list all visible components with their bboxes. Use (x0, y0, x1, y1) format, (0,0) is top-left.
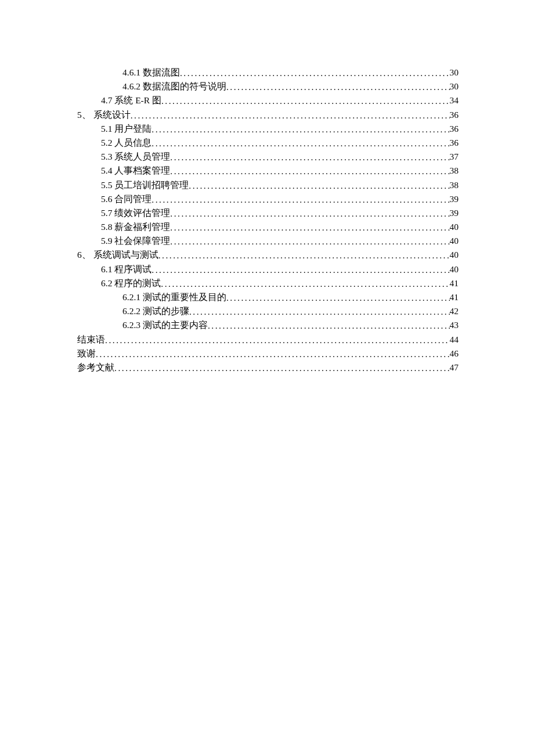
toc-leader-dots (161, 277, 449, 291)
toc-entry-page: 36 (450, 108, 459, 122)
toc-entry-label: 6.1 程序调试 (101, 262, 151, 276)
toc-entry-page: 30 (450, 80, 459, 93)
toc-entry-page: 40 (450, 234, 459, 248)
toc-entry-page: 40 (450, 262, 459, 276)
toc-leader-dots (170, 207, 449, 221)
toc-entry-label: 4.6.1 数据流图 (122, 66, 180, 80)
toc-entry: 5.1 用户登陆36 (77, 122, 459, 136)
toc-entry: 5.8 薪金福利管理40 (77, 220, 459, 234)
toc-entry-label: 6.2.2 测试的步骤 (122, 304, 189, 318)
toc-entry-page: 47 (450, 361, 459, 375)
toc-leader-dots (158, 249, 450, 262)
toc-leader-dots (131, 109, 450, 123)
toc-entry: 6.1 程序调试40 (77, 262, 459, 276)
toc-leader-dots (170, 235, 449, 249)
toc-entry-label: 结束语 (77, 333, 105, 347)
toc-entry-label: 5.4 人事档案管理 (101, 164, 170, 178)
toc-entry-label: 参考文献 (77, 361, 114, 375)
toc-entry: 5.2 人员信息36 (77, 136, 459, 150)
toc-entry: 6、 系统调试与测试40 (77, 248, 459, 262)
toc-entry: 5.7 绩效评估管理39 (77, 206, 459, 220)
toc-entry-page: 42 (450, 304, 459, 318)
toc-entry-label: 致谢 (77, 347, 96, 361)
toc-entry-label: 5.2 人员信息 (101, 136, 151, 150)
toc-entry-page: 37 (450, 150, 459, 164)
toc-leader-dots (208, 319, 450, 333)
toc-leader-dots (226, 291, 450, 305)
toc-entry: 致谢46 (77, 347, 459, 361)
toc-entry-page: 43 (450, 318, 459, 332)
toc-entry: 参考文献47 (77, 361, 459, 375)
toc-entry-page: 38 (450, 164, 459, 178)
toc-leader-dots (151, 193, 449, 207)
toc-entry-page: 41 (450, 290, 459, 304)
toc-leader-dots (226, 80, 450, 94)
toc-entry-page: 40 (450, 220, 459, 234)
toc-leader-dots (189, 305, 450, 319)
toc-entry-label: 6.2.1 测试的重要性及目的 (122, 290, 226, 304)
toc-leader-dots (151, 136, 449, 150)
toc-entry-label: 4.6.2 数据流图的符号说明 (122, 80, 226, 93)
toc-leader-dots (170, 221, 449, 235)
toc-entry: 结束语44 (77, 333, 459, 347)
toc-entry-page: 41 (450, 276, 459, 290)
toc-leader-dots (161, 94, 450, 108)
toc-entry: 5.6 合同管理39 (77, 192, 459, 206)
toc-entry: 5.9 社会保障管理40 (77, 234, 459, 248)
toc-entry: 6.2.2 测试的步骤42 (77, 304, 459, 318)
toc-entry-page: 38 (450, 178, 459, 192)
table-of-contents: 4.6.1 数据流图304.6.2 数据流图的符号说明304.7 系统 E-R … (77, 66, 459, 375)
toc-entry-label: 5.9 社会保障管理 (101, 234, 170, 248)
toc-entry-page: 39 (450, 192, 459, 206)
toc-entry-page: 30 (450, 66, 459, 80)
toc-leader-dots (151, 123, 449, 136)
toc-entry: 6.2 程序的测试41 (77, 276, 459, 290)
toc-entry: 6.2.1 测试的重要性及目的41 (77, 290, 459, 304)
toc-entry-label: 5.8 薪金福利管理 (101, 220, 170, 234)
toc-entry-page: 40 (450, 248, 459, 262)
toc-entry-label: 5.5 员工培训招聘管理 (101, 178, 189, 192)
toc-entry-label: 5.6 合同管理 (101, 192, 151, 206)
toc-entry: 5、 系统设计36 (77, 108, 459, 122)
toc-entry-label: 6、 系统调试与测试 (77, 248, 158, 262)
toc-entry: 4.6.2 数据流图的符号说明30 (77, 80, 459, 93)
toc-entry: 6.2.3 测试的主要内容43 (77, 318, 459, 332)
toc-leader-dots (189, 179, 449, 193)
toc-entry: 5.4 人事档案管理38 (77, 164, 459, 178)
toc-entry: 4.7 系统 E-R 图 34 (77, 93, 459, 107)
toc-entry: 5.5 员工培训招聘管理38 (77, 178, 459, 192)
toc-leader-dots (105, 333, 450, 347)
toc-entry-label: 5.1 用户登陆 (101, 122, 151, 136)
toc-leader-dots (170, 150, 449, 164)
toc-entry-page: 46 (450, 347, 459, 361)
toc-entry-label: 6.2.3 测试的主要内容 (122, 318, 208, 332)
toc-leader-dots (180, 66, 450, 80)
toc-leader-dots (96, 347, 450, 361)
toc-entry-page: 34 (450, 93, 459, 107)
toc-entry-page: 39 (450, 206, 459, 220)
toc-entry-label: 5.3 系统人员管理 (101, 150, 170, 164)
toc-entry-label: 6.2 程序的测试 (101, 276, 161, 290)
toc-entry: 5.3 系统人员管理37 (77, 150, 459, 164)
toc-entry-page: 36 (450, 122, 459, 136)
toc-entry-label: 5.7 绩效评估管理 (101, 206, 170, 220)
toc-leader-dots (151, 263, 449, 277)
toc-leader-dots (114, 361, 450, 375)
toc-entry: 4.6.1 数据流图30 (77, 66, 459, 80)
toc-entry-page: 44 (450, 333, 459, 347)
toc-entry-page: 36 (450, 136, 459, 150)
toc-entry-label: 5、 系统设计 (77, 108, 131, 122)
toc-entry-label: 4.7 系统 E-R 图 (101, 93, 161, 107)
toc-leader-dots (170, 164, 449, 178)
